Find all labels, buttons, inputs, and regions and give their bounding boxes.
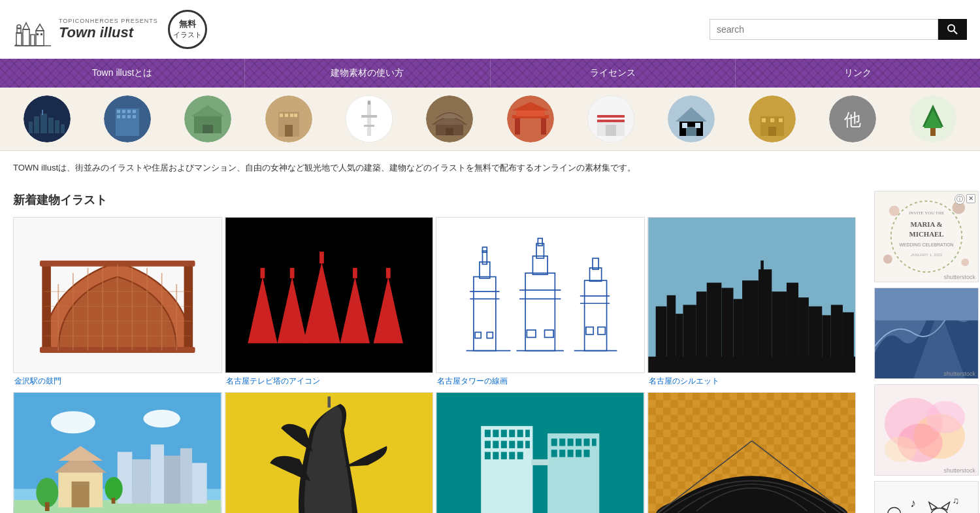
nav-item-links[interactable]: リンク	[736, 59, 980, 88]
svg-rect-24	[122, 110, 125, 113]
grid-thumb-mode-gakuen	[225, 392, 434, 513]
svg-rect-131	[721, 288, 733, 357]
svg-rect-184	[509, 452, 515, 459]
svg-point-209	[889, 205, 900, 216]
grid-item-nagoya-silhouette[interactable]: 名古屋のシルエット	[647, 217, 857, 390]
svg-rect-161	[45, 503, 50, 512]
nav-item-about[interactable]: Town illustとは	[0, 59, 245, 88]
svg-rect-128	[683, 305, 696, 357]
svg-rect-80	[930, 128, 936, 136]
ad-label: shutterstock	[943, 274, 975, 280]
svg-rect-14	[29, 122, 33, 133]
svg-point-212	[883, 254, 892, 263]
nav-item-usage[interactable]: 建物素材の使い方	[245, 59, 490, 88]
svg-rect-174	[525, 430, 530, 437]
svg-rect-198	[531, 459, 549, 465]
grid-item-twin-tower[interactable]: 名駅のツインタワー	[436, 392, 645, 513]
cat-icon-house[interactable]	[668, 95, 715, 142]
svg-rect-9	[41, 33, 42, 35]
svg-rect-155	[192, 463, 207, 504]
ad-watercolor[interactable]: shutterstock	[874, 384, 979, 476]
svg-rect-0	[16, 33, 22, 46]
svg-rect-182	[493, 452, 498, 459]
svg-rect-8	[37, 33, 39, 35]
svg-rect-72	[770, 118, 774, 122]
svg-rect-175	[485, 441, 491, 448]
cat-icon-temple[interactable]	[426, 95, 473, 142]
svg-rect-197	[584, 450, 590, 457]
ad-info-button[interactable]: ⓘ	[955, 194, 965, 205]
svg-rect-67	[695, 123, 700, 128]
cat-icon-other[interactable]: 他	[829, 95, 876, 142]
svg-rect-192	[592, 439, 596, 446]
ad-wave[interactable]: shutterstock	[874, 288, 979, 379]
svg-rect-172	[509, 430, 515, 437]
grid-item-mode-gakuen[interactable]: 名古屋のモード学園タワー的なやつ	[225, 392, 434, 513]
grid-thumb-kanazawa	[13, 217, 222, 374]
svg-rect-71	[762, 118, 766, 122]
svg-rect-180	[525, 441, 530, 448]
svg-rect-130	[706, 282, 721, 357]
svg-rect-179	[517, 441, 523, 448]
svg-rect-191	[584, 439, 590, 446]
cat-icon-shrine[interactable]	[507, 95, 554, 142]
logo-badge-line1: 無料	[179, 18, 196, 30]
svg-rect-151	[132, 459, 150, 504]
grid-thumb-twin-tower	[436, 392, 645, 513]
svg-rect-43	[367, 102, 371, 136]
svg-rect-97	[436, 218, 644, 373]
svg-rect-171	[501, 430, 507, 437]
svg-rect-177	[501, 441, 507, 448]
svg-rect-159	[72, 482, 90, 508]
ad-close-button[interactable]: ✕	[966, 194, 975, 203]
svg-rect-135	[760, 260, 764, 271]
svg-rect-167	[436, 393, 644, 513]
svg-rect-44	[361, 115, 377, 118]
grid-item-nagoya-tower-line[interactable]: 名古屋タワーの線画	[436, 217, 645, 390]
grid-item-kanazawa[interactable]: 金沢駅の鼓門	[13, 217, 222, 390]
cat-icon-tower[interactable]	[346, 95, 393, 142]
svg-point-147	[143, 410, 180, 427]
ad-label-watercolor: shutterstock	[943, 467, 975, 474]
grid-thumb-nagoya-dome	[647, 392, 857, 513]
cat-icon-hotel[interactable]	[265, 95, 312, 142]
grid-thumb-nagoya-silhouette	[647, 217, 857, 374]
search-button[interactable]	[938, 19, 967, 40]
cat-icon-modern[interactable]	[104, 95, 151, 142]
nav-item-license[interactable]: ライセンス	[491, 59, 736, 88]
grid-item-nagoya-tv-icon[interactable]: 名古屋テレビ塔のアイコン	[225, 217, 434, 390]
search-input[interactable]	[710, 19, 938, 40]
cat-icon-western[interactable]	[749, 95, 796, 142]
svg-rect-195	[568, 450, 574, 457]
svg-marker-4	[23, 23, 29, 29]
header: TOPICONHEROES PRESENTS Town illust 無料 イラ…	[0, 0, 980, 59]
grid-item-nagoya-image[interactable]: 名古屋のイメージイラスト	[13, 392, 222, 513]
cat-icon-station[interactable]	[184, 95, 231, 142]
ad-label-wave: shutterstock	[943, 371, 975, 377]
logo-presents-text: TOPICONHEROES PRESENTS	[59, 18, 158, 24]
svg-rect-129	[696, 291, 706, 358]
ad-wedding[interactable]: INVITE YOU THE MARIA & MICHAEL WEDDING C…	[874, 191, 979, 282]
grid-thumb-nagoya-tv-icon	[225, 217, 434, 374]
svg-rect-66	[682, 123, 687, 128]
image-grid: 金沢駅の鼓門	[13, 217, 856, 513]
svg-text:INVITE YOU THE: INVITE YOU THE	[909, 210, 944, 214]
ad-doodle[interactable]: ♪ ♫	[874, 481, 979, 513]
cat-icon-nature[interactable]	[909, 95, 956, 142]
grid-label-kanazawa: 金沢駅の鼓門	[13, 373, 222, 389]
grid-thumb-nagoya-tower-line	[436, 217, 645, 374]
cat-icon-skyline[interactable]	[24, 95, 71, 142]
svg-rect-187	[551, 439, 557, 446]
svg-rect-74	[768, 127, 776, 136]
svg-text:JANUARY 1, 2022: JANUARY 1, 2022	[911, 252, 943, 256]
svg-rect-176	[493, 441, 498, 448]
svg-rect-132	[733, 299, 742, 358]
svg-rect-46	[368, 101, 370, 105]
svg-rect-16	[41, 114, 47, 133]
logo-badge: 無料 イラスト	[168, 10, 207, 49]
svg-rect-142	[842, 312, 853, 358]
nav: Town illustとは 建物素材の使い方 ライセンス リンク	[0, 59, 980, 88]
svg-rect-136	[772, 291, 787, 358]
grid-item-nagoya-dome[interactable]: 名古屋ドームのシルエット	[647, 392, 857, 513]
cat-icon-shop[interactable]	[587, 95, 634, 142]
